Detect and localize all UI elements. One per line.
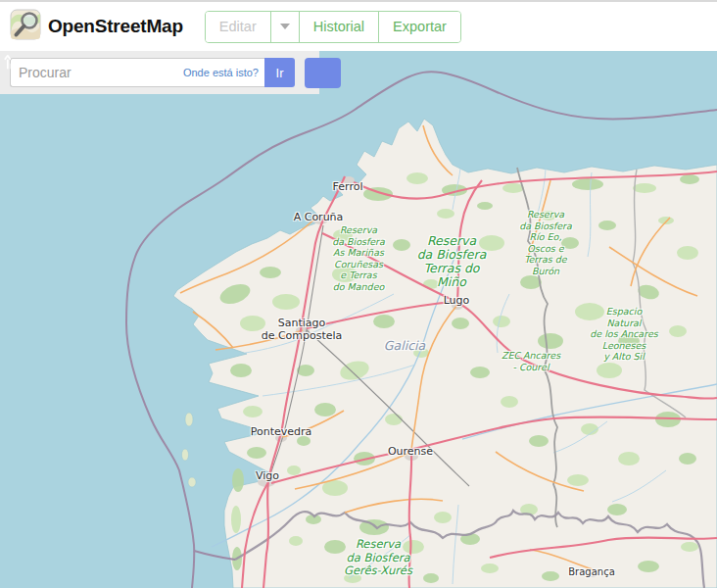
map-canvas[interactable]: FerrolA CoruñaSantiagode CompostelaPonte… [0, 51, 717, 588]
edit-dropdown-button[interactable] [270, 12, 299, 42]
openstreetmap-logo [10, 9, 41, 44]
history-button[interactable]: Historial [299, 12, 378, 42]
caret-down-icon [280, 24, 290, 29]
primary-nav: Editar Historial Exportar [205, 11, 461, 43]
top-navbar: OpenStreetMap Editar Historial Exportar [0, 2, 717, 51]
edit-button[interactable]: Editar [206, 12, 270, 42]
search-go-button[interactable]: Ir [264, 58, 295, 87]
search-box: Onde está isto? Ir [10, 58, 295, 87]
directions-button[interactable] [305, 58, 341, 88]
search-panel: Onde está isto? Ir [0, 51, 319, 94]
site-title: OpenStreetMap [48, 16, 183, 37]
map-svg [0, 51, 717, 588]
export-button[interactable]: Exportar [378, 12, 460, 42]
brand[interactable]: OpenStreetMap [10, 9, 183, 44]
where-is-this-link[interactable]: Onde está isto? [183, 67, 259, 78]
